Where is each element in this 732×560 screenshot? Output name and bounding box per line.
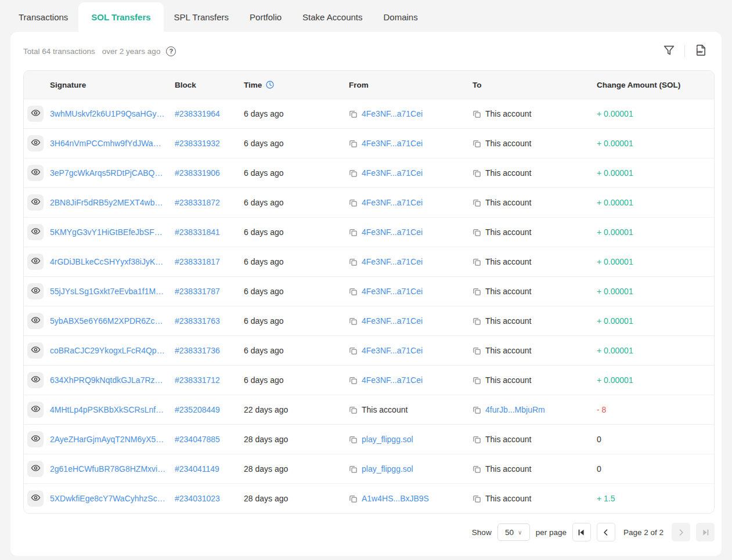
to-address[interactable]: This account <box>485 227 531 237</box>
to-address[interactable]: This account <box>485 316 531 326</box>
copy-icon[interactable] <box>473 110 481 118</box>
copy-icon[interactable] <box>349 406 358 414</box>
from-address[interactable]: 4Fe3NF...a71Cei <box>362 227 423 237</box>
copy-icon[interactable] <box>473 406 481 414</box>
copy-icon[interactable] <box>473 494 481 503</box>
from-address[interactable]: 4Fe3NF...a71Cei <box>362 109 423 118</box>
signature-link[interactable]: 5XDwkfiEge8cY7WaCyhhzSc… <box>50 494 165 503</box>
from-address[interactable]: 4Fe3NF...a71Cei <box>362 139 423 148</box>
copy-icon[interactable] <box>349 169 358 178</box>
copy-icon[interactable] <box>349 465 358 474</box>
help-icon[interactable]: ? <box>166 46 176 56</box>
block-link[interactable]: #238331932 <box>175 139 220 148</box>
copy-icon[interactable] <box>473 465 481 474</box>
to-address[interactable]: This account <box>485 435 531 444</box>
preview-transaction-button[interactable] <box>27 106 44 122</box>
copy-icon[interactable] <box>349 494 358 503</box>
signature-link[interactable]: 2g61eHCWfuBR78G8HZMxvi… <box>50 464 165 474</box>
signature-link[interactable]: 4rGDiJBLkeCcSHYyxf38iJyK… <box>50 257 163 266</box>
copy-icon[interactable] <box>473 258 481 266</box>
block-link[interactable]: #238331841 <box>175 227 220 237</box>
signature-link[interactable]: 3eP7gcWkArqs5RDtPjCABQ… <box>50 168 163 178</box>
signature-link[interactable]: 3whMUskvf2k6U1P9QsaHGy… <box>50 109 165 118</box>
from-address[interactable]: 4Fe3NF...a71Cei <box>362 287 423 296</box>
from-address[interactable]: This account <box>362 405 408 414</box>
tab-domains[interactable]: Domains <box>373 2 428 32</box>
tab-stake-accounts[interactable]: Stake Accounts <box>292 2 373 32</box>
export-csv-button[interactable]: csv <box>693 42 709 60</box>
copy-icon[interactable] <box>473 198 481 207</box>
signature-link[interactable]: 634XhPRQ9kNqtdkGJLa7Rz… <box>50 375 163 385</box>
to-address[interactable]: This account <box>485 287 531 296</box>
block-link[interactable]: #238331787 <box>175 287 220 296</box>
copy-icon[interactable] <box>349 139 358 148</box>
block-link[interactable]: #238331872 <box>175 198 220 207</box>
header-time[interactable]: Time <box>244 80 349 89</box>
from-address[interactable]: 4Fe3NF...a71Cei <box>362 168 423 178</box>
copy-icon[interactable] <box>349 435 358 444</box>
signature-link[interactable]: 5ybABX5e6Y66M2XPDR6Zc… <box>50 316 163 326</box>
tab-sol-transfers[interactable]: SOL Transfers <box>78 2 163 32</box>
from-address[interactable]: 4Fe3NF...a71Cei <box>362 198 423 207</box>
tab-transactions[interactable]: Transactions <box>8 2 78 32</box>
signature-link[interactable]: coBRaCJC29YkogxLFcR4Qp… <box>50 346 165 355</box>
to-address[interactable]: This account <box>485 109 531 118</box>
copy-icon[interactable] <box>349 346 358 355</box>
first-page-button[interactable] <box>572 523 591 541</box>
copy-icon[interactable] <box>349 287 358 296</box>
clock-icon[interactable] <box>265 80 275 89</box>
from-address[interactable]: play_flipgg.sol <box>362 464 413 474</box>
preview-transaction-button[interactable] <box>27 372 44 388</box>
copy-icon[interactable] <box>473 228 481 237</box>
block-link[interactable]: #234031023 <box>175 494 220 503</box>
to-address[interactable]: This account <box>485 494 531 503</box>
to-address[interactable]: 4furJb...MbjuRm <box>485 405 545 414</box>
signature-link[interactable]: 4MHtLp4pPSKBbXkSCRsLnf… <box>50 405 164 414</box>
block-link[interactable]: #238331817 <box>175 257 220 266</box>
preview-transaction-button[interactable] <box>27 313 44 329</box>
block-link[interactable]: #234041149 <box>175 464 219 474</box>
signature-link[interactable]: 5KMYgG3vY1HiGtBEfeJbSF… <box>50 227 163 237</box>
copy-icon[interactable] <box>349 317 358 326</box>
from-address[interactable]: 4Fe3NF...a71Cei <box>362 375 423 385</box>
to-address[interactable]: This account <box>485 464 531 474</box>
preview-transaction-button[interactable] <box>27 224 44 240</box>
preview-transaction-button[interactable] <box>27 342 44 359</box>
preview-transaction-button[interactable] <box>27 431 44 447</box>
tab-portfolio[interactable]: Portfolio <box>239 2 292 32</box>
preview-transaction-button[interactable] <box>27 283 44 299</box>
block-link[interactable]: #238331712 <box>175 375 220 385</box>
copy-icon[interactable] <box>349 110 358 118</box>
preview-transaction-button[interactable] <box>27 165 44 181</box>
block-link[interactable]: #234047885 <box>175 435 220 444</box>
copy-icon[interactable] <box>473 287 481 296</box>
block-link[interactable]: #238331964 <box>175 109 220 118</box>
copy-icon[interactable] <box>349 198 358 207</box>
copy-icon[interactable] <box>473 376 481 385</box>
copy-icon[interactable] <box>349 376 358 385</box>
filter-button[interactable] <box>662 43 676 59</box>
copy-icon[interactable] <box>473 139 481 148</box>
block-link[interactable]: #238331906 <box>175 168 220 178</box>
copy-icon[interactable] <box>473 317 481 326</box>
to-address[interactable]: This account <box>485 198 531 207</box>
page-size-select[interactable]: 50 ∨ <box>497 523 530 541</box>
last-page-button[interactable] <box>696 523 715 541</box>
preview-transaction-button[interactable] <box>27 490 44 507</box>
block-link[interactable]: #238331763 <box>175 316 220 326</box>
signature-link[interactable]: 2AyeZHarGjmAyqT2NM6yX5… <box>50 435 164 444</box>
copy-icon[interactable] <box>349 258 358 266</box>
previous-page-button[interactable] <box>597 523 615 541</box>
copy-icon[interactable] <box>473 169 481 178</box>
next-page-button[interactable] <box>672 523 690 541</box>
from-address[interactable]: A1w4HS...BxJB9S <box>362 494 429 503</box>
to-address[interactable]: This account <box>485 139 531 148</box>
tab-spl-transfers[interactable]: SPL Transfers <box>164 2 239 32</box>
signature-link[interactable]: 2BN8JiFr5dRB5y2MEXT4wb… <box>50 198 163 207</box>
from-address[interactable]: 4Fe3NF...a71Cei <box>362 346 423 355</box>
block-link[interactable]: #238331736 <box>175 346 220 355</box>
copy-icon[interactable] <box>473 346 481 355</box>
preview-transaction-button[interactable] <box>27 461 44 477</box>
signature-link[interactable]: 3H64nVmPCCmhw9fYdJWa… <box>50 139 161 148</box>
block-link[interactable]: #235208449 <box>175 405 220 414</box>
